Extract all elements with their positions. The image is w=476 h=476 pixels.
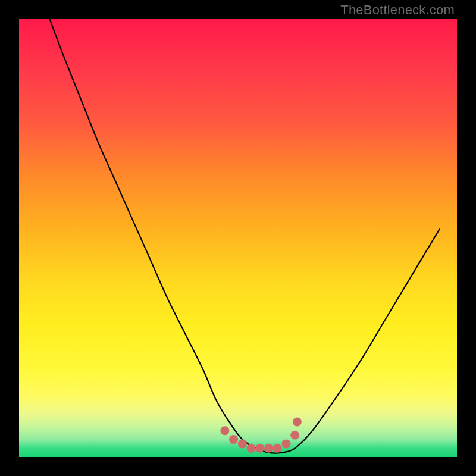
optimal-dot: [273, 444, 282, 453]
optimal-dot: [238, 439, 247, 448]
bottleneck-curve: [50, 19, 440, 453]
optimal-dot: [255, 444, 264, 453]
optimal-dot: [282, 439, 291, 448]
optimal-dot: [290, 431, 299, 440]
bottleneck-curve-path: [50, 19, 440, 453]
optimal-dot: [229, 435, 238, 444]
optimal-dot: [293, 418, 302, 427]
curve-layer: [19, 19, 457, 457]
plot-area: [19, 19, 457, 457]
chart-frame: TheBottleneck.com: [0, 0, 476, 476]
optimal-dot: [247, 444, 256, 453]
watermark-text: TheBottleneck.com: [340, 2, 455, 18]
optimal-dot: [264, 444, 273, 453]
optimal-dot: [220, 426, 229, 435]
optimal-range-dots: [220, 418, 302, 453]
